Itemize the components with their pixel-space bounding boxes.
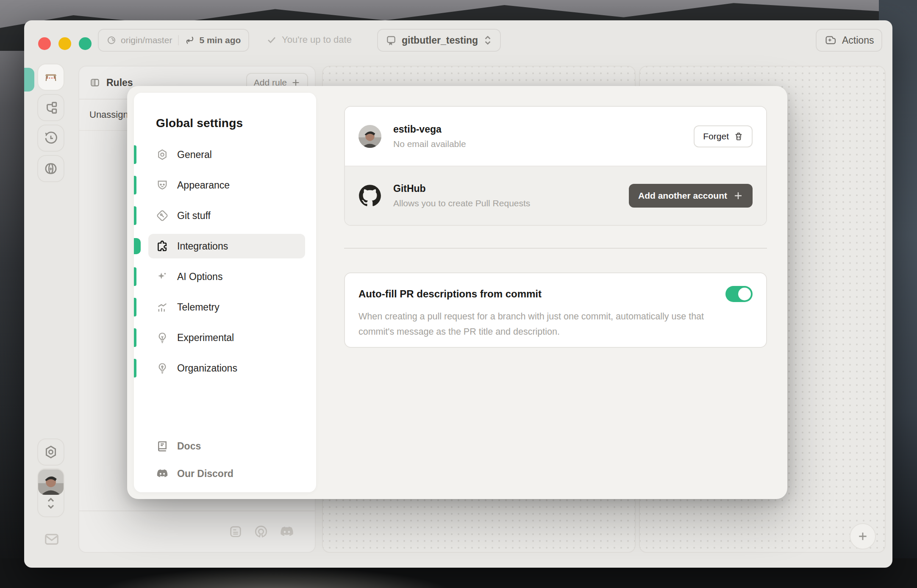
account-name: estib-vega: [393, 124, 466, 135]
trash-icon: [734, 132, 743, 141]
minimize-button[interactable]: [58, 37, 71, 50]
github-row: GitHub Allows you to create Pull Request…: [345, 166, 766, 225]
profile-switcher[interactable]: [37, 468, 64, 517]
zoom-button[interactable]: [79, 37, 92, 50]
plus-icon: [733, 191, 743, 201]
mail-icon: [44, 531, 60, 547]
settings-nav: Global settings General Appearance Git s…: [134, 93, 316, 492]
git-diamond-icon: [156, 209, 169, 222]
rules-icon: [89, 77, 100, 88]
avatar: [358, 125, 381, 148]
nav-item-telemetry[interactable]: Telemetry: [148, 295, 305, 319]
traffic-lights: [38, 37, 92, 50]
discord-link[interactable]: Our Discord: [148, 462, 305, 485]
account-row: estib-vega No email available Forget: [345, 107, 766, 166]
project-name: gitbutler_testing: [402, 35, 478, 46]
remote-icon: [106, 35, 117, 45]
open-source-icon[interactable]: [254, 524, 268, 539]
pill-divider: [178, 35, 179, 45]
news-icon[interactable]: [228, 524, 243, 539]
nav-item-organizations[interactable]: Organizations: [148, 356, 305, 380]
lightbulb-icon: [156, 362, 169, 374]
fetch-icon: [185, 35, 195, 45]
mask-icon: [156, 179, 169, 191]
autofill-title: Auto-fill PR descriptions from commit: [358, 288, 542, 300]
actions-sparkle-icon: [824, 34, 837, 47]
modal-title: Global settings: [156, 116, 243, 130]
nav-item-integrations[interactable]: Integrations: [148, 234, 305, 258]
add-account-button[interactable]: Add another account: [629, 184, 753, 208]
rules-title: Rules: [106, 77, 133, 89]
ai-icon: [44, 161, 58, 176]
forget-button[interactable]: Forget: [694, 125, 753, 147]
nav-item-appearance[interactable]: Appearance: [148, 173, 305, 197]
nav-item-ai-options[interactable]: AI Options: [148, 264, 305, 289]
settings-button[interactable]: [37, 438, 64, 466]
accounts-card: estib-vega No email available Forget Git…: [344, 106, 767, 226]
repo-bookmark-icon: [386, 35, 397, 46]
sparkle-icon: [156, 270, 169, 283]
history-view-button[interactable]: [37, 125, 64, 152]
actions-button[interactable]: Actions: [816, 29, 882, 52]
project-select[interactable]: gitbutler_testing: [377, 29, 501, 52]
book-icon: [156, 440, 169, 452]
global-settings-modal: Global settings General Appearance Git s…: [127, 86, 787, 499]
autofill-toggle[interactable]: [725, 286, 753, 302]
chart-icon: [156, 301, 169, 313]
fetch-time: 5 min ago: [199, 35, 241, 45]
actions-label: Actions: [842, 35, 874, 46]
branches-icon: [44, 100, 58, 115]
feedback-button[interactable]: [42, 530, 61, 549]
section-divider: [344, 248, 767, 249]
docs-link[interactable]: Docs: [148, 434, 305, 458]
plus-icon: [857, 531, 868, 542]
github-description: Allows you to create Pull Requests: [393, 198, 530, 208]
workbench-icon: [43, 69, 58, 85]
nav-item-experimental[interactable]: Experimental: [148, 325, 305, 350]
hexagon-gear-icon: [156, 148, 169, 161]
sync-status-text: You're up to date: [282, 34, 352, 45]
branches-view-button[interactable]: [37, 94, 64, 121]
chevron-updown-icon: [483, 35, 492, 46]
close-button[interactable]: [38, 37, 51, 50]
history-icon: [44, 131, 58, 145]
branch-name: origin/master: [121, 35, 172, 45]
autofill-card: Auto-fill PR descriptions from commit Wh…: [344, 272, 767, 348]
branch-status-pill[interactable]: origin/master 5 min ago: [98, 29, 249, 52]
app-window: origin/master 5 min ago You're up to dat…: [24, 20, 892, 568]
github-logo-icon: [358, 184, 381, 207]
notification-tab[interactable]: [24, 68, 34, 92]
nav-item-git-stuff[interactable]: Git stuff: [148, 203, 305, 228]
discord-icon: [156, 467, 169, 480]
gear-hexagon-icon: [44, 445, 58, 459]
chevron-updown-icon: [46, 495, 56, 512]
ai-view-button[interactable]: [37, 155, 64, 182]
nav-item-general[interactable]: General: [148, 142, 305, 167]
autofill-description: When creating a pull request for a branc…: [358, 309, 714, 339]
discord-icon[interactable]: [279, 524, 295, 539]
github-title: GitHub: [393, 183, 530, 194]
settings-content: estib-vega No email available Forget Git…: [344, 86, 767, 499]
rules-panel-footer: [79, 510, 315, 552]
sync-status: You're up to date: [267, 34, 352, 45]
workspace-view-button[interactable]: [37, 64, 64, 91]
puzzle-icon: [156, 240, 169, 252]
account-email-status: No email available: [393, 139, 466, 149]
avatar: [38, 469, 64, 495]
lightbulb-icon: [156, 331, 169, 344]
add-lane-button[interactable]: [850, 523, 876, 549]
check-icon: [267, 35, 277, 45]
